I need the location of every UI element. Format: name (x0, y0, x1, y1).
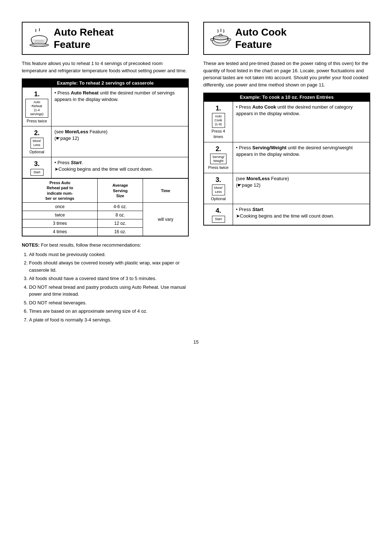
serving-size-twice: 8 oz. (98, 211, 143, 219)
list-item: Foods should always be covered loosely w… (29, 259, 189, 274)
cook-step1-label: Press 4 times (207, 129, 230, 140)
cook-step3-instruction: (see More/Less Feature)(☛page 12) (233, 173, 370, 204)
list-item: A plate of food is normally 3-4 servings… (29, 316, 189, 324)
list-item: Times are based on an approximate servin… (29, 308, 189, 315)
cook-step1-num: 1. (207, 104, 230, 113)
serving-size-3: 12 oz. (98, 219, 143, 228)
cook-step2-instruction: • Press Serving/Weight until the desired… (233, 142, 370, 173)
cook-step3-label: Optional (207, 196, 230, 202)
cook-step4-num: 4. (207, 206, 230, 215)
step3-button-icon: Start (30, 169, 44, 176)
svg-rect-6 (211, 39, 213, 41)
table-row: 1. AutoReheat(1-4 servings) Press twice … (23, 88, 188, 126)
step2-label: Optional (25, 149, 48, 155)
step1-instruction: • Press Auto Reheat until the desired nu… (52, 88, 188, 126)
cook-steps-table: 1. AutoCook(1-9) Press 4 times • Press A… (204, 101, 370, 225)
table-row: Press AutoReheat pad toindicate num-ber … (23, 179, 188, 203)
serving-col3-header: Time (143, 179, 188, 203)
svg-rect-7 (228, 39, 231, 41)
step1-num: 1. (25, 90, 48, 99)
reheat-header-box: Auto Reheat Feature (22, 22, 189, 55)
step1-label: Press twice (25, 118, 48, 124)
step2-instruction: (see More/Less Feature)(☛page 12) (52, 126, 188, 157)
table-row: 3. More/Less Optional (see More/Less Fea… (204, 173, 370, 204)
table-row: 2. Serving/Weight Press twice • Press Se… (204, 142, 370, 173)
table-row: 2. More/Less Optional (see More/Less Fea… (23, 126, 188, 157)
cook-step2-button-icon: Serving/Weight (210, 154, 226, 165)
cook-step3-button-icon: More/Less (212, 185, 225, 195)
notes-intro: For best results, follow these recommend… (40, 242, 141, 248)
cook-step4-instruction: • Press Start. ➤Cooking begins and the t… (233, 204, 370, 225)
list-item: All foods should have a covered stand ti… (29, 275, 189, 282)
step2-button-icon: More/Less (30, 138, 44, 149)
two-column-layout: Auto Reheat Feature This feature allows … (22, 22, 370, 325)
reheat-title: Auto Reheat Feature (54, 26, 114, 50)
cook-example-header: Example: To cook a 10 oz. Frozen Entrées (204, 93, 370, 101)
reheat-example-box: Example: To reheat 2 servings of cassero… (22, 78, 189, 236)
reheat-notes: NOTES: For best results, follow these re… (22, 242, 189, 323)
serving-press-3: 3 times (23, 219, 98, 228)
cook-header-box: Auto Cook Feature (203, 22, 370, 55)
page: Auto Reheat Feature This feature allows … (0, 0, 392, 555)
cook-icon (210, 28, 232, 49)
cook-step3-num: 3. (207, 175, 230, 185)
cook-step3-left: 3. More/Less Optional (204, 173, 233, 204)
serving-size-4: 16 oz. (98, 228, 143, 236)
cook-step4-left: 4. Start (204, 204, 233, 225)
table-row: 4. Start • Press Start. ➤Cooking begins … (204, 204, 370, 225)
cook-example-box: Example: To cook a 10 oz. Frozen Entrées… (203, 93, 370, 226)
step1-left: 1. AutoReheat(1-4 servings) Press twice (23, 88, 52, 126)
serving-press-once: once (23, 203, 98, 211)
serving-col2-header: AverageServingSize (98, 179, 143, 203)
reheat-example-header: Example: To reheat 2 servings of cassero… (22, 79, 188, 87)
list-item: DO NOT reheat beverages. (29, 299, 189, 307)
serving-size-once: 4-6 oz. (98, 203, 143, 211)
reheat-intro: This feature allows you to reheat 1 to 4… (22, 60, 189, 74)
step2-left: 2. More/Less Optional (23, 126, 52, 157)
cook-step1-left: 1. AutoCook(1-9) Press 4 times (204, 102, 233, 142)
serving-press-4: 4 times (23, 228, 98, 236)
table-row: 1. AutoCook(1-9) Press 4 times • Press A… (204, 102, 370, 142)
reheat-serving-table: Press AutoReheat pad toindicate num-ber … (22, 178, 188, 236)
reheat-steps-table: 1. AutoReheat(1-4 servings) Press twice … (22, 87, 188, 178)
cook-title: Auto Cook Feature (235, 26, 287, 50)
svg-point-1 (30, 44, 49, 46)
list-item: DO NOT reheat bread and pastry products … (29, 284, 189, 298)
step1-button-icon: AutoReheat(1-4 servings) (25, 99, 48, 117)
cook-step2-num: 2. (207, 145, 230, 154)
cook-step4-button-icon: Start (212, 216, 225, 223)
cook-intro: These are tested and pre-timed (based on… (203, 60, 370, 88)
page-number: 15 (22, 339, 370, 345)
notes-bold: NOTES: (22, 242, 40, 248)
serving-time-once: will vary (143, 203, 188, 236)
cook-step1-button-icon: AutoCook(1-9) (212, 113, 225, 127)
cook-column: Auto Cook Feature These are tested and p… (203, 22, 370, 226)
step3-instruction: • Press Start. ➤Cooking begins and the t… (52, 157, 188, 178)
list-item: All foods must be previously cooked. (29, 251, 189, 258)
svg-rect-5 (219, 34, 222, 36)
serving-col1-header: Press AutoReheat pad toindicate num-ber … (23, 179, 98, 203)
step3-num: 3. (25, 159, 48, 169)
cook-step2-label: Press twice (207, 165, 230, 170)
cook-step2-left: 2. Serving/Weight Press twice (204, 142, 233, 173)
reheat-icon (28, 28, 50, 49)
serving-press-twice: twice (23, 211, 98, 219)
notes-list: All foods must be previously cooked. Foo… (29, 251, 189, 324)
step2-num: 2. (25, 129, 48, 138)
reheat-column: Auto Reheat Feature This feature allows … (22, 22, 189, 325)
table-row: 3. Start • Press Start. ➤Cooking begins … (23, 157, 188, 178)
step3-left: 3. Start (23, 157, 52, 178)
table-row: once 4-6 oz. will vary (23, 203, 188, 211)
cook-step1-instruction: • Press Auto Cook until the desired numb… (233, 102, 370, 142)
